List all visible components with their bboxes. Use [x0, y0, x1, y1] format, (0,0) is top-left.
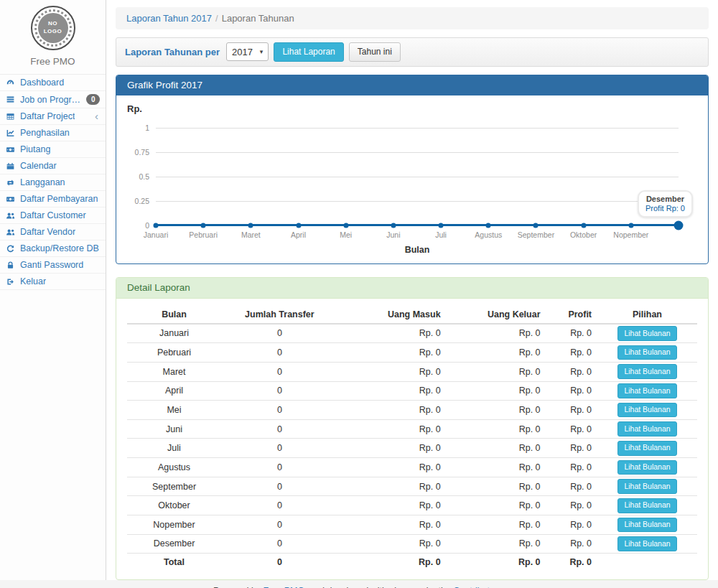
table-row-desember: Desember0Rp. 0Rp. 0Rp. 0Lihat Bulanan: [127, 534, 697, 554]
sidebar-item-daftar-pembayaran[interactable]: Daftar Pembayaran: [0, 191, 106, 207]
x-tick-label: Oktober: [570, 230, 597, 239]
cell-uang_masuk: Rp. 0: [338, 554, 447, 571]
cell-jumlah_transfer: 0: [221, 477, 338, 496]
logo-text-line1: NO: [48, 20, 57, 28]
logo-text-line2: LOGO: [44, 28, 62, 36]
cell-uang_keluar: Rp. 0: [447, 458, 546, 477]
sidebar-item-job-on-progress[interactable]: Job on Progress0: [0, 91, 106, 108]
data-point-juni[interactable]: [391, 223, 396, 228]
lihat-bulanan-button[interactable]: Lihat Bulanan: [617, 536, 676, 551]
cell-jumlah_transfer: 0: [221, 381, 338, 401]
x-tick-label: Juli: [435, 230, 447, 239]
cell-jumlah_transfer: 0: [221, 362, 338, 381]
users-icon: [6, 227, 16, 237]
detail-table: BulanJumlah TransferUang MasukUang Kelua…: [127, 306, 697, 571]
year-select[interactable]: 2017 ▾: [226, 42, 269, 61]
sidebar-item-penghasilan[interactable]: Penghasilan: [0, 125, 106, 141]
data-point-pebruari[interactable]: [201, 223, 206, 228]
cell-pilihan: Lihat Bulanan: [597, 324, 697, 343]
sidebar-item-piutang[interactable]: Piutang: [0, 141, 106, 158]
cell-bulan: Maret: [127, 362, 221, 381]
x-tick-label: Nopember: [613, 230, 648, 239]
table-row-mei: Mei0Rp. 0Rp. 0Rp. 0Lihat Bulanan: [127, 401, 697, 420]
breadcrumb-link-laporan-tahun[interactable]: Laporan Tahun 2017: [126, 13, 212, 24]
cell-pilihan: Lihat Bulanan: [597, 534, 697, 554]
lihat-bulanan-button[interactable]: Lihat Bulanan: [617, 518, 676, 533]
lihat-laporan-button[interactable]: Lihat Laporan: [274, 42, 343, 62]
column-header-bulan: Bulan: [127, 306, 221, 324]
lihat-bulanan-button[interactable]: Lihat Bulanan: [617, 441, 676, 456]
gridline: 1: [156, 128, 679, 129]
x-tick-label: Januari: [144, 230, 168, 239]
y-tick-label: 0.75: [135, 148, 149, 157]
sidebar-item-daftar-project[interactable]: Daftar Project‹: [0, 108, 106, 125]
sidebar-item-daftar-vendor[interactable]: Daftar Vendor: [0, 224, 106, 241]
cell-jumlah_transfer: 0: [221, 324, 338, 343]
table-header-row: BulanJumlah TransferUang MasukUang Kelua…: [127, 306, 697, 324]
cell-uang_keluar: Rp. 0: [447, 515, 546, 535]
sidebar-item-daftar-customer[interactable]: Daftar Customer: [0, 207, 106, 224]
lihat-bulanan-button[interactable]: Lihat Bulanan: [617, 403, 676, 418]
main-content: Laporan Tahun 2017/Laporan Tahunan Lapor…: [106, 0, 718, 580]
cell-jumlah_transfer: 0: [221, 496, 338, 515]
sidebar-item-calendar[interactable]: Calendar: [0, 158, 106, 174]
data-point-april[interactable]: [296, 223, 301, 228]
lihat-bulanan-button[interactable]: Lihat Bulanan: [617, 479, 676, 494]
cell-profit: Rp. 0: [546, 534, 597, 554]
cell-bulan: April: [127, 381, 221, 401]
cell-uang_masuk: Rp. 0: [338, 362, 447, 381]
table-row-september: September0Rp. 0Rp. 0Rp. 0Lihat Bulanan: [127, 477, 697, 496]
x-tick-label: Mei: [340, 230, 352, 239]
cell-pilihan: Lihat Bulanan: [597, 381, 697, 401]
cell-uang_keluar: Rp. 0: [447, 439, 546, 458]
cell-bulan: Juni: [127, 419, 221, 439]
lihat-bulanan-button[interactable]: Lihat Bulanan: [617, 460, 676, 475]
sidebar-item-ganti-password[interactable]: Ganti Password: [0, 257, 106, 274]
data-point-september[interactable]: [533, 223, 538, 228]
sidebar-item-keluar[interactable]: Keluar: [0, 274, 106, 290]
money-icon: [6, 194, 16, 204]
data-point-agustus[interactable]: [486, 223, 491, 228]
data-point-januari[interactable]: [154, 223, 159, 228]
table-row-pebruari: Pebruari0Rp. 0Rp. 0Rp. 0Lihat Bulanan: [127, 343, 697, 363]
retweet-icon: [6, 177, 16, 187]
cell-jumlah_transfer: 0: [221, 534, 338, 554]
page: NO LOGO Free PMO DashboardJob on Progres…: [0, 0, 718, 580]
table-row-januari: Januari0Rp. 0Rp. 0Rp. 0Lihat Bulanan: [127, 324, 697, 343]
cell-jumlah_transfer: 0: [221, 458, 338, 477]
y-tick-label: 0.25: [135, 197, 149, 205]
data-point-oktober[interactable]: [581, 223, 586, 228]
column-header-profit: Profit: [546, 306, 597, 324]
cell-profit: Rp. 0: [546, 401, 597, 420]
cell-profit: Rp. 0: [546, 439, 597, 458]
lihat-bulanan-button[interactable]: Lihat Bulanan: [617, 421, 676, 437]
lihat-bulanan-button[interactable]: Lihat Bulanan: [617, 498, 676, 513]
cell-pilihan: Lihat Bulanan: [597, 419, 697, 439]
sidebar-item-dashboard[interactable]: Dashboard: [0, 75, 106, 91]
sidebar-item-label: Ganti Password: [20, 260, 83, 270]
data-point-maret[interactable]: [248, 223, 253, 228]
lihat-bulanan-button[interactable]: Lihat Bulanan: [617, 326, 676, 341]
cell-pilihan: Lihat Bulanan: [597, 343, 697, 363]
tasks-icon: [6, 95, 16, 105]
data-point-desember[interactable]: [674, 220, 684, 230]
tahun-ini-button[interactable]: Tahun ini: [349, 42, 401, 62]
lihat-bulanan-button[interactable]: Lihat Bulanan: [617, 345, 676, 360]
lihat-bulanan-button[interactable]: Lihat Bulanan: [617, 383, 676, 398]
table-row-juni: Juni0Rp. 0Rp. 0Rp. 0Lihat Bulanan: [127, 419, 697, 439]
sidebar-item-langganan[interactable]: Langganan: [0, 174, 106, 191]
cell-uang_masuk: Rp. 0: [338, 381, 447, 401]
lihat-bulanan-button[interactable]: Lihat Bulanan: [617, 364, 676, 379]
column-header-jumlah-transfer: Jumlah Transfer: [221, 306, 338, 324]
y-tick-label: 0: [145, 221, 149, 230]
breadcrumb-separator: /: [215, 13, 218, 24]
sidebar-item-backup-restore-db[interactable]: Backup/Restore DB: [0, 241, 106, 257]
sidebar-menu: DashboardJob on Progress0Daftar Project‹…: [0, 74, 106, 290]
cell-bulan: Agustus: [127, 458, 221, 477]
footer: Powered by Free PMO, and developed with …: [0, 580, 718, 588]
cell-bulan: Mei: [127, 401, 221, 420]
data-point-nopember[interactable]: [628, 223, 633, 228]
cell-uang_keluar: Rp. 0: [447, 477, 546, 496]
data-point-mei[interactable]: [343, 223, 348, 228]
data-point-juli[interactable]: [439, 223, 444, 228]
